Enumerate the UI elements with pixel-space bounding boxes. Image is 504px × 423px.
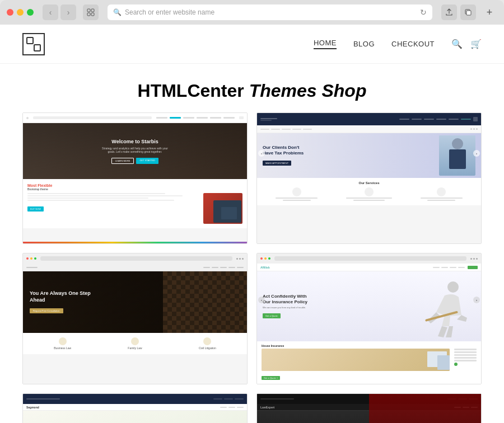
browser-actions bbox=[441, 4, 476, 20]
starbis-btn-outline: LEARN MORE bbox=[111, 158, 134, 164]
law-lower: Business Law Family Law Civil Litigation bbox=[23, 333, 247, 354]
preview-header bbox=[23, 113, 247, 123]
tax-hero-img bbox=[439, 135, 475, 176]
site-logo[interactable] bbox=[22, 33, 45, 55]
affilisk-sidebar-item-6 bbox=[454, 363, 458, 366]
affilisk-hero-subtitle: We can insure you from any kind of troub… bbox=[263, 306, 313, 309]
starbis-buy-btn: BUY NOW bbox=[27, 206, 44, 212]
starbis-bootstrap-label: Bootstrap theme bbox=[27, 187, 242, 191]
nav-icons: 🔍 🛒 bbox=[451, 39, 482, 49]
affilisk-get-quote-btn: Get a Quote » bbox=[262, 376, 280, 380]
address-bar[interactable]: 🔍 Search or enter website name ↻ bbox=[108, 4, 432, 20]
duplicate-tab-button[interactable] bbox=[460, 4, 476, 20]
nav-blog[interactable]: BLOG bbox=[353, 40, 375, 48]
traffic-lights bbox=[7, 9, 34, 16]
site-header: HOME BLOG CHECKOUT 🔍 🛒 bbox=[0, 25, 504, 64]
tax-services-grid bbox=[262, 187, 477, 202]
tax-service-icon-3 bbox=[437, 187, 446, 196]
cart-icon[interactable]: 🛒 bbox=[470, 39, 482, 49]
new-tab-button[interactable]: + bbox=[482, 4, 497, 20]
theme-preview-law2: LawExpert EFFECTIVE SOLUTIONS FOR BUSINE… bbox=[257, 394, 481, 423]
law-icon-1 bbox=[59, 337, 67, 345]
starbis-hero: Welcome to Starbis Strategy and analytic… bbox=[23, 123, 247, 179]
starbis-rainbow-bar bbox=[23, 242, 247, 243]
dot-red bbox=[260, 257, 263, 260]
svg-point-8 bbox=[447, 281, 459, 293]
starbis-hero-title: Welcome to Starbis bbox=[111, 139, 158, 144]
tax-services: Our Services bbox=[257, 178, 481, 205]
law-area-label-3: Civil Litigation bbox=[172, 346, 242, 350]
svg-rect-3 bbox=[91, 13, 94, 16]
law2-hero: EFFECTIVE SOLUTIONS FOR BUSINESS PROBLEM… bbox=[257, 411, 481, 423]
theme-card-starbis[interactable]: Welcome to Starbis Strategy and analytic… bbox=[22, 112, 248, 244]
starbis-btn-solid: GET STARTED bbox=[136, 158, 158, 164]
minimize-button[interactable] bbox=[17, 9, 24, 16]
law-lower-grid: Business Law Family Law Civil Litigation bbox=[27, 337, 242, 350]
segmond-hero: Does Your Money Need Speed? bbox=[23, 411, 247, 423]
search-nav-icon[interactable]: 🔍 bbox=[451, 39, 463, 49]
svg-rect-2 bbox=[87, 13, 90, 16]
law-area-1: Business Law bbox=[27, 337, 97, 350]
tax-service-1 bbox=[262, 187, 332, 202]
starbis-cta-buttons: LEARN MORE GET STARTED bbox=[111, 158, 158, 164]
dot-yellow bbox=[264, 257, 267, 260]
nav-dots bbox=[470, 258, 478, 260]
affilisk-sidebar-item-1 bbox=[454, 349, 477, 350]
starbis-hero-text: Strategy and analytics will help you ach… bbox=[101, 147, 169, 153]
affilisk-insurance-block: House Insurance Get a Quote » bbox=[262, 344, 450, 381]
theme-card-affilisk[interactable]: Affilisk ‹ › Act bbox=[256, 253, 482, 384]
search-icon: 🔍 bbox=[113, 8, 122, 16]
law-hero: You Are Always One Step Ahead Request Fr… bbox=[23, 271, 247, 333]
theme-card-tax[interactable]: ‹ › Our Clients Don't Have Tax Problems … bbox=[256, 112, 482, 244]
nav-checkout[interactable]: CHECKOUT bbox=[391, 40, 435, 48]
tax-hero-cta: MAKE APPOINTMENT bbox=[263, 161, 291, 166]
tax-service-icon-2 bbox=[365, 187, 374, 196]
forward-button[interactable]: › bbox=[60, 4, 76, 20]
nav-dots bbox=[236, 258, 244, 260]
theme-card-law2[interactable]: LawExpert EFFECTIVE SOLUTIONS FOR BUSINE… bbox=[256, 393, 482, 423]
dot-red bbox=[26, 257, 29, 260]
affilisk-header bbox=[257, 253, 481, 264]
fullscreen-button[interactable] bbox=[27, 9, 34, 16]
close-button[interactable] bbox=[7, 9, 13, 16]
affilisk-hero-title: Act Confidently With Our Insurance Polic… bbox=[263, 294, 313, 306]
url-bar bbox=[274, 256, 466, 261]
tax-header-nav bbox=[399, 119, 471, 120]
share-button[interactable] bbox=[441, 4, 457, 20]
refresh-icon[interactable]: ↻ bbox=[420, 8, 427, 17]
website-content: HOME BLOG CHECKOUT 🔍 🛒 HTMLCenter Themes… bbox=[0, 25, 504, 423]
tax-hero-text: Our Clients Don't Have Tax Problems MAKE… bbox=[263, 145, 439, 167]
theme-card-segmond[interactable]: Segmond Does Your Money Need Speed? bbox=[22, 393, 248, 423]
theme-card-law[interactable]: You Are Always One Step Ahead Request Fr… bbox=[22, 253, 248, 384]
affilisk-sidebar bbox=[454, 344, 477, 381]
law-hero-cta: Request Free Consultation bbox=[30, 308, 63, 313]
back-button[interactable]: ‹ bbox=[43, 4, 58, 20]
segmond-header bbox=[23, 394, 247, 404]
browser-titlebar: ‹ › 🔍 Search or enter website name ↻ bbox=[0, 0, 504, 25]
affilisk-hero: Act Confidently With Our Insurance Polic… bbox=[257, 271, 481, 341]
tax-hero: Our Clients Don't Have Tax Problems MAKE… bbox=[257, 133, 481, 178]
tax-header bbox=[257, 113, 481, 125]
svg-rect-6 bbox=[27, 37, 33, 44]
law-hero-title: You Are Always One Step Ahead bbox=[30, 290, 97, 303]
hero-section: HTMLCenter Themes Shop bbox=[0, 64, 504, 112]
law-area-3: Civil Litigation bbox=[172, 337, 242, 350]
affilisk-hero-img bbox=[419, 274, 475, 339]
law-icon-3 bbox=[203, 337, 211, 345]
starbis-lower: Most Flexible Bootstrap theme BUY NOW bbox=[23, 179, 247, 228]
law-icon-2 bbox=[131, 337, 139, 345]
theme-preview-tax: ‹ › Our Clients Don't Have Tax Problems … bbox=[257, 113, 481, 243]
svg-rect-5 bbox=[466, 11, 471, 15]
url-bar bbox=[40, 256, 232, 261]
dot-green bbox=[268, 257, 270, 260]
affilisk-insurance-title: House Insurance bbox=[262, 344, 450, 347]
tab-view-button[interactable] bbox=[83, 4, 99, 20]
nav-home[interactable]: HOME bbox=[314, 39, 337, 49]
dot-green bbox=[34, 257, 36, 260]
svg-rect-0 bbox=[87, 9, 90, 12]
affilisk-sidebar-item-4 bbox=[454, 357, 477, 359]
starbis-preview-img bbox=[203, 193, 242, 224]
theme-preview-starbis: Welcome to Starbis Strategy and analytic… bbox=[23, 113, 247, 243]
theme-preview-law: You Are Always One Step Ahead Request Fr… bbox=[23, 253, 247, 384]
law-area-2: Family Law bbox=[100, 337, 170, 350]
